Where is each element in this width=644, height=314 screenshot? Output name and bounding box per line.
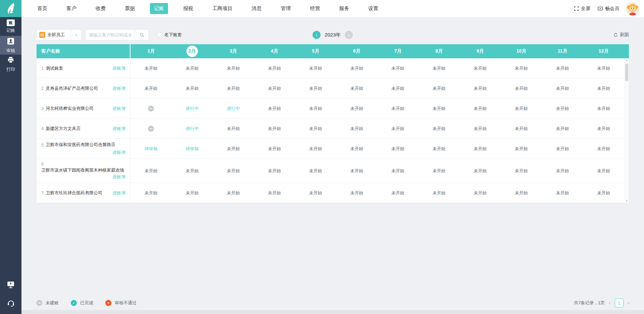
support-headset-icon[interactable] (7, 299, 15, 309)
scroll-down-icon[interactable]: ▼ (626, 200, 628, 202)
body-row: 账记账审核打印 (0, 17, 644, 314)
column-header-1月: 1月 (130, 48, 172, 54)
scroll-up-icon[interactable]: ▲ (626, 59, 628, 61)
month-status-cell: 未开始 (172, 190, 213, 196)
status-text: 未开始 (350, 168, 363, 173)
top-nav-item-首页[interactable]: 首页 (33, 3, 51, 14)
page-number-button[interactable]: 1 (615, 299, 624, 307)
month-status-cell: 未开始 (377, 146, 419, 152)
month-status-cell: 未开始 (583, 190, 624, 196)
month-status-cell: 未开始 (336, 85, 377, 91)
month-status-cell: 未开始 (501, 126, 542, 132)
month-status-cell: 未开始 (419, 146, 460, 152)
top-nav-item-消息[interactable]: 消息 (248, 3, 266, 14)
status-text: 未开始 (391, 126, 405, 131)
prev-page-button[interactable]: ‹ (609, 300, 610, 306)
table-row: 5卫辉市保和堂医药有限公司击磐路店进账簿待审核待审核未开始未开始未开始未开始未开… (37, 139, 629, 159)
search-button[interactable] (135, 29, 149, 41)
table-row: 1测试账套进账簿未开始未开始未开始未开始未开始未开始未开始未开始未开始未开始未开… (37, 58, 629, 78)
search-input[interactable] (85, 29, 135, 41)
avatar[interactable] (626, 2, 639, 15)
status-text: 未开始 (309, 106, 322, 111)
ledger-link[interactable]: 进账簿 (112, 65, 125, 71)
next-year-button[interactable]: › (345, 31, 353, 39)
fullscreen-label: 全屏 (581, 6, 590, 12)
ledger-link[interactable]: 进账簿 (112, 149, 125, 155)
ledger-link[interactable]: 进账簿 (112, 106, 125, 112)
ledger-link[interactable]: 进账簿 (112, 126, 125, 132)
fullscreen-icon (574, 6, 579, 11)
sidebar-item-打印[interactable]: 打印 (0, 55, 21, 73)
app-logo[interactable] (0, 0, 21, 17)
status-text: 未开始 (597, 106, 610, 111)
legend-label: 未建账 (46, 300, 59, 306)
status-text: 未开始 (432, 86, 445, 91)
dash-bar (150, 128, 153, 129)
prev-year-button[interactable]: ‹ (313, 31, 321, 39)
status-text: 未开始 (309, 168, 322, 173)
month-status-cell: 未开始 (336, 190, 377, 196)
video-member-icon (597, 6, 603, 11)
status-text: 未开始 (556, 106, 569, 111)
customer-cell: 5卫辉市保和堂医药有限公司击磐路店进账簿 (37, 139, 130, 159)
fullscreen-button[interactable]: 全屏 (574, 6, 590, 12)
ledger-link[interactable]: 进账簿 (112, 174, 125, 180)
top-nav-item-设置[interactable]: 设置 (364, 3, 382, 14)
top-nav-item-收费[interactable]: 收费 (92, 3, 110, 14)
ledger-glyph: 账 (7, 19, 15, 26)
month-status-cell: 未开始 (254, 85, 295, 91)
status-text: 未开始 (268, 66, 281, 71)
month-status-cell: 未开始 (254, 126, 295, 132)
top-nav-item-服务[interactable]: 服务 (335, 3, 353, 14)
top-nav-item-报税[interactable]: 报税 (179, 3, 197, 14)
ledger-link[interactable]: 进账簿 (112, 190, 125, 196)
status-text: 未开始 (597, 86, 610, 91)
top-nav-item-客户[interactable]: 客户 (62, 3, 80, 14)
ledger-link[interactable]: 进账簿 (112, 85, 125, 91)
no-account-dash-icon (148, 126, 154, 132)
month-status-cell: 未开始 (130, 65, 172, 71)
row-index: 5 (41, 142, 44, 147)
status-legend: 未建账✓已完成✕审核不通过 (36, 300, 137, 306)
top-nav-item-记账[interactable]: 记账 (150, 3, 168, 14)
status-text: 未开始 (597, 168, 610, 173)
status-text: 未开始 (556, 146, 569, 151)
status-text: 未开始 (432, 106, 445, 111)
year-navigator: ‹ 2023年 › (313, 31, 353, 39)
column-header-6月: 6月 (336, 48, 377, 54)
month-status-cell: 待审核 (130, 146, 172, 152)
scrollbar-thumb[interactable] (625, 64, 628, 81)
month-status-cell: 未开始 (172, 85, 213, 91)
month-status-cell: 未开始 (213, 126, 254, 132)
status-text: 未开始 (474, 66, 487, 71)
month-status-cell: 未开始 (583, 168, 624, 174)
employee-filter-select[interactable]: 组 全部员工 ∨ (36, 29, 82, 41)
refresh-button[interactable]: 刷新 (613, 32, 629, 38)
chevron-down-icon: ∨ (71, 29, 82, 40)
status-text: 未开始 (474, 86, 487, 91)
row-index: 7 (41, 190, 44, 195)
top-nav-item-管理[interactable]: 管理 (277, 3, 295, 14)
customer-name: 卫辉市玖玖肆合医药有限公司 (46, 190, 102, 196)
refresh-label: 刷新 (620, 32, 629, 38)
column-header-9月: 9月 (460, 48, 501, 54)
status-text: 未开始 (597, 146, 610, 151)
month-status-cell: 未开始 (336, 106, 377, 112)
legend-cross-icon: ✕ (105, 300, 111, 306)
legend-item-未建账: 未建账 (36, 300, 59, 306)
next-page-button[interactable]: › (628, 300, 629, 306)
customer-name: 测试账套 (46, 65, 63, 71)
month-status-cell: 未开始 (583, 106, 624, 112)
month-status-cell: 未开始 (336, 168, 377, 174)
sidebar-item-审核[interactable]: 审核 (0, 36, 21, 55)
status-text: 未开始 (309, 146, 322, 151)
vertical-scrollbar[interactable]: ▲ ▼ (624, 58, 629, 203)
month-status-cell: 未开始 (542, 65, 583, 71)
client-download-icon[interactable] (6, 280, 15, 290)
own-accounts-checkbox[interactable]: 名下账套 (157, 32, 182, 38)
top-nav-item-经营[interactable]: 经营 (306, 3, 324, 14)
top-nav-item-票据[interactable]: 票据 (121, 3, 139, 14)
member-button[interactable]: 畅会员 (597, 6, 619, 12)
top-nav-item-工商项目[interactable]: 工商项目 (208, 3, 236, 14)
sidebar-item-记账[interactable]: 账记账 (0, 17, 21, 36)
